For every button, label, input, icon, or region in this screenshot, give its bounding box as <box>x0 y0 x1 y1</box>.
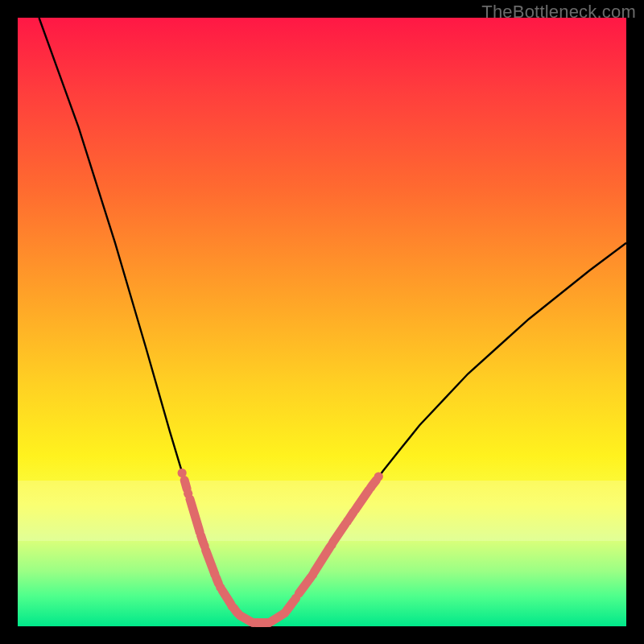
marker-dot <box>178 469 187 477</box>
marker-dot <box>216 583 225 592</box>
marker-dots <box>178 469 383 627</box>
marker-dot <box>351 505 360 514</box>
marker-segment <box>222 590 231 604</box>
marker-dot <box>265 618 274 627</box>
marker-dot <box>200 542 208 551</box>
marker-segment <box>333 523 346 542</box>
marker-dot <box>366 483 375 492</box>
marker-segment <box>184 481 187 489</box>
marker-dot <box>374 472 383 481</box>
watermark-text: TheBottleneck.com <box>481 2 636 23</box>
chart-svg <box>18 18 626 626</box>
marker-segment <box>190 499 199 530</box>
curve-path <box>39 18 626 622</box>
marker-dot <box>308 570 317 579</box>
marker-segment <box>314 547 330 572</box>
marker-dot <box>210 570 219 579</box>
marker-dot <box>280 609 289 617</box>
bottleneck-curve <box>39 18 626 622</box>
marker-dot <box>343 517 352 526</box>
marker-dot <box>184 489 192 498</box>
marker-dot <box>249 618 258 627</box>
marker-segment <box>287 601 294 610</box>
marker-dot <box>291 594 300 603</box>
marker-segment <box>206 551 215 573</box>
marker-segment <box>357 490 369 508</box>
marker-dot <box>195 527 204 536</box>
marker-segments <box>184 481 376 623</box>
marker-segment <box>299 577 311 593</box>
marker-dot <box>327 540 336 549</box>
chart-frame: TheBottleneck.com <box>0 0 644 644</box>
marker-dot <box>233 609 242 618</box>
plot-area <box>18 18 626 626</box>
marker-dot <box>228 601 237 610</box>
